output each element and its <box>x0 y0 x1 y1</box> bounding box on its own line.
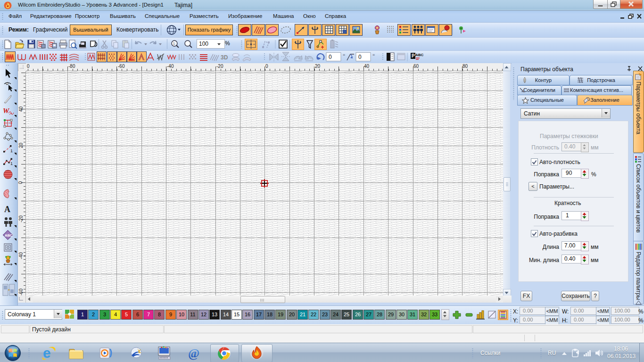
svg-text:P: P <box>412 53 415 58</box>
svg-text:0: 0 <box>329 54 332 60</box>
svg-text:A: A <box>4 205 10 214</box>
svg-text:ABC: ABC <box>5 233 13 238</box>
svg-text:=: = <box>343 52 345 57</box>
svg-text:1: 1 <box>10 148 13 153</box>
svg-text:1:: 1: <box>173 42 176 45</box>
svg-text:@: @ <box>188 346 199 360</box>
svg-text:0: 0 <box>358 54 362 60</box>
svg-text:3D: 3D <box>221 54 228 61</box>
svg-text:=: = <box>372 52 375 57</box>
svg-text:W: W <box>3 107 10 115</box>
svg-text:1: 1 <box>10 161 13 166</box>
svg-text:e: e <box>43 346 51 361</box>
svg-text:ABC: ABC <box>415 53 424 57</box>
